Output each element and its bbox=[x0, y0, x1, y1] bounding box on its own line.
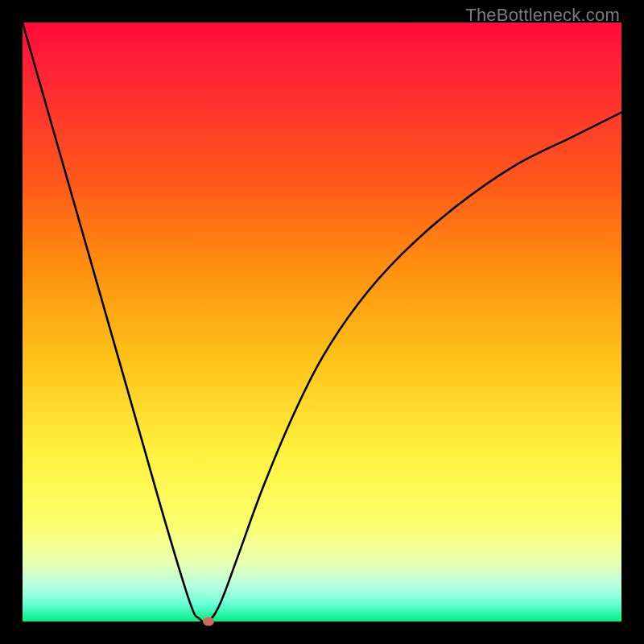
curve-svg bbox=[23, 23, 621, 621]
plot-area bbox=[23, 23, 621, 621]
chart-frame: TheBottleneck.com bbox=[0, 0, 644, 644]
chart-curve bbox=[23, 23, 621, 621]
marker-dot bbox=[203, 617, 214, 626]
